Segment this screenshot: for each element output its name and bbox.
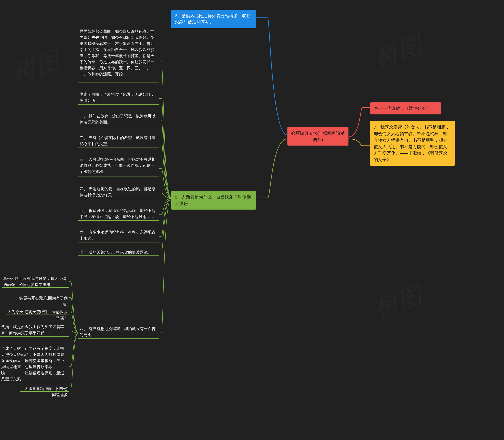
root-label: 心烦经典语录(心烦经典语录图片) [291,131,345,142]
leaf-8-3[interactable]: 二、 没有【不切实际】的希望，就没有【痛彻心扉】的失望。 [78,134,159,149]
root-node[interactable]: 心烦经典语录(心烦经典语录图片) [287,127,348,146]
watermark: 树图 [8,44,64,90]
right-node-1-label: ??——毕淑敏，《爱怕什么》 [374,106,430,111]
leaf-8b-4[interactable]: 长成了大树，让生命有了高度，让明天把今天给记住，不是因为孤独屋漏又逢夜雨天，病苦… [0,345,69,384]
leaf-8-1[interactable]: 少走了弯路，也就错过了风景，无论如何，感谢经历。 [78,91,159,106]
leaf-8b-5[interactable]: 人逢喜事精神爽，闲来愁闷瞌睡多 [20,385,69,400]
leaf-8b-0[interactable]: 享受沿路上只有我与风景，晴天，偶遇雨袭，如同心灵接受洗涤! [2,275,69,290]
leaf-8-8[interactable]: 七、 我的天荒地老，换来你的随波逐流。 [78,248,159,257]
leaf-8-0[interactable]: 世界曾经颠倒黑白，如今回归绚丽色彩。世界曾经失去声响，如今有你们陪我唱歌。夜里黑… [78,28,159,79]
leaf-8b-2[interactable]: 因为今天 把明天变特殊，未必因为幸福！ [6,308,69,323]
leaf-8b-title[interactable]: 八、 有没有想过挽留我，哪怕就只有一次苦闷无比 [78,325,159,340]
leaf-8b-1[interactable]: 笑容与开心无关,因为有了伪装! [16,294,69,309]
node-8[interactable]: 8、人活着是为什么，自己快乐同时使别人快乐。 [171,191,256,209]
connector-lines [0,0,504,440]
leaf-8-2[interactable]: 一、 我们在放弃，涂白了记忆，以为就可以伪装无邪的美丽。 [78,112,159,127]
mindmap-canvas: 树图 树图 树图 [0,0,504,440]
node-6-label: 6、磨砺内心比油饰外表要难得多，犹如水晶与玻璃的区别。 [175,14,251,25]
leaf-8-7[interactable]: 六、 有多少永远值得坚持，有多少永远配得上永远。 [78,228,159,243]
watermark: 树图 [370,29,427,74]
leaf-8-4[interactable]: 三、 人可以拒绝任何东西，但绝对不可以拒绝成熟。心智成熟不可能一蹴而就，它是一个… [78,156,159,177]
leaf-8-6[interactable]: 五、 很多时候，感情经得起风雨，却经不起平淡；友情经得起平淡，却经不起风雨…… [78,207,159,222]
leaf-8-5[interactable]: 四、 天边透明的云，自在飘过的风，都是陪伴着我蜕变的幻境。 [78,185,159,200]
watermark: 树图 [370,279,427,325]
node-6[interactable]: 6、磨砺内心比油饰外表要难得多，犹如水晶与玻璃的区别。 [171,10,256,28]
right-node-2[interactable]: 7、我喜欢爱读书的女人。书不是胭脂，却会使女人心颜常驻。书不是棍棒，却会使女人铿… [370,121,455,166]
right-node-2-label: 7、我喜欢爱读书的女人。书不是胭脂，却会使女人心颜常驻。书不是棍棒，却会使女人铿… [374,125,450,162]
leaf-8b-3[interactable]: 代沟，就是如今我工作为买了四袋苹果，而你为买了苹果四代 [0,323,69,338]
node-8-label: 8、人活着是为什么，自己快乐同时使别人快乐。 [175,195,251,206]
right-node-1[interactable]: ??——毕淑敏，《爱怕什么》 [370,102,441,114]
